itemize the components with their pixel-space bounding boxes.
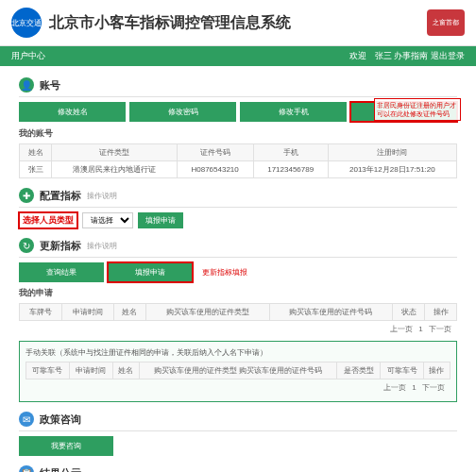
- section-account: 👤 账号 修改姓名 修改密码 修改手机 修改证件号码 非居民身份证注册的用户才可…: [19, 74, 457, 178]
- logo-right: 之窗首都: [427, 9, 465, 36]
- account-title: 账号: [40, 78, 60, 93]
- nav-username: 张三: [375, 51, 392, 60]
- th-regtime: 注册时间: [328, 144, 456, 161]
- config-icon: ✚: [19, 188, 34, 203]
- pager2-prev[interactable]: 上一页: [383, 383, 406, 392]
- my-apply-label: 我的申请: [19, 287, 457, 299]
- policy-icon: ✉: [19, 412, 34, 427]
- pager-prev[interactable]: 上一页: [390, 325, 413, 333]
- section-config: ✚ 配置指标 操作说明 选择人员类型 请选择 填报申请: [19, 184, 457, 228]
- config-person-type-label: 选择人员类型: [19, 212, 77, 228]
- manual-link-box: 手动关联（系统中与找注册证件相同的申请，关联后纳入个人名下申请） 可靠车号 申请…: [19, 341, 457, 402]
- nav-help-link[interactable]: 办事指南: [394, 51, 428, 60]
- section-update: ↻ 更新指标 操作说明 查询结果 填报申请 更新指标填报 我的申请 车牌号 申请…: [19, 234, 457, 402]
- th-name: 姓名: [20, 144, 52, 161]
- config-fill-button[interactable]: 填报申请: [138, 212, 183, 228]
- annotation-idnum: 非居民身份证注册的用户才可以在此处修改证件号码: [374, 98, 461, 121]
- my-account-label: 我的账号: [19, 127, 457, 140]
- btn-consult[interactable]: 我要咨询: [19, 436, 113, 456]
- update-icon: ↻: [19, 238, 34, 253]
- config-title: 配置指标: [40, 189, 81, 203]
- pager-next[interactable]: 下一页: [429, 325, 451, 333]
- pager2-num: 1: [412, 383, 416, 392]
- logo-left: 北京交通: [11, 8, 42, 38]
- nav-logout-link[interactable]: 退出登录: [431, 51, 465, 60]
- page-title: 北京市小客车指标调控管理信息系统: [49, 13, 427, 33]
- result-icon: 📋: [19, 465, 34, 472]
- th-idnum: 证件号码: [177, 144, 253, 161]
- pager-1: 上一页 1 下一页: [19, 321, 457, 337]
- manual-link-title: 手动关联（系统中与找注册证件相同的申请，关联后纳入个人名下申请）: [26, 347, 450, 358]
- btn-change-name[interactable]: 修改姓名: [19, 102, 126, 122]
- table-row: 张三 港澳居民来往内地通行证 H0876543210 17123456789 2…: [20, 161, 457, 178]
- th-idtype: 证件类型: [52, 144, 177, 161]
- nav-welcome: 欢迎: [349, 51, 366, 60]
- pager2-next[interactable]: 下一页: [422, 383, 445, 392]
- update-desc: 操作说明: [87, 241, 117, 251]
- result-title: 结果公示: [40, 466, 81, 473]
- section-policy: ✉ 政策咨询 我要咨询: [19, 408, 457, 456]
- config-desc: 操作说明: [87, 191, 117, 201]
- tab-query-result[interactable]: 查询结果: [19, 262, 104, 282]
- btn-change-phone[interactable]: 修改手机: [240, 102, 347, 122]
- account-icon: 👤: [19, 77, 34, 93]
- nav-bar: 用户中心 欢迎 张三 办事指南 退出登录: [0, 46, 476, 66]
- pager-2: 上一页 1 下一页: [26, 379, 450, 396]
- manual-table: 可靠车号 申请时间 姓名 购买该车使用的证件类型 购买该车使用的证件号码 是否类…: [26, 362, 450, 379]
- tab-fill-apply[interactable]: 填报申请: [108, 262, 193, 282]
- th-phone: 手机: [253, 144, 328, 161]
- policy-title: 政策咨询: [40, 413, 81, 427]
- btn-change-password[interactable]: 修改密码: [129, 102, 236, 122]
- pager-num: 1: [418, 325, 422, 333]
- update-red-label: 更新指标填报: [202, 267, 247, 278]
- section-result: 📋 结果公示 普通指标摇号池编码公布 普通指标中签编码 个人查询指标真伪 新能源…: [19, 462, 457, 472]
- header: 北京交通 北京市小客车指标调控管理信息系统 之窗首都: [0, 0, 476, 46]
- update-title: 更新指标: [40, 239, 81, 253]
- nav-user-center[interactable]: 用户中心: [11, 50, 344, 62]
- apply-table: 车牌号 申请时间 姓名 购买该车使用的证件类型 购买该车使用的证件号码 状态 操…: [19, 303, 457, 321]
- config-person-type-select[interactable]: 请选择: [82, 212, 133, 228]
- account-table: 姓名 证件类型 证件号码 手机 注册时间 张三 港澳居民来往内地通行证 H087…: [19, 143, 457, 178]
